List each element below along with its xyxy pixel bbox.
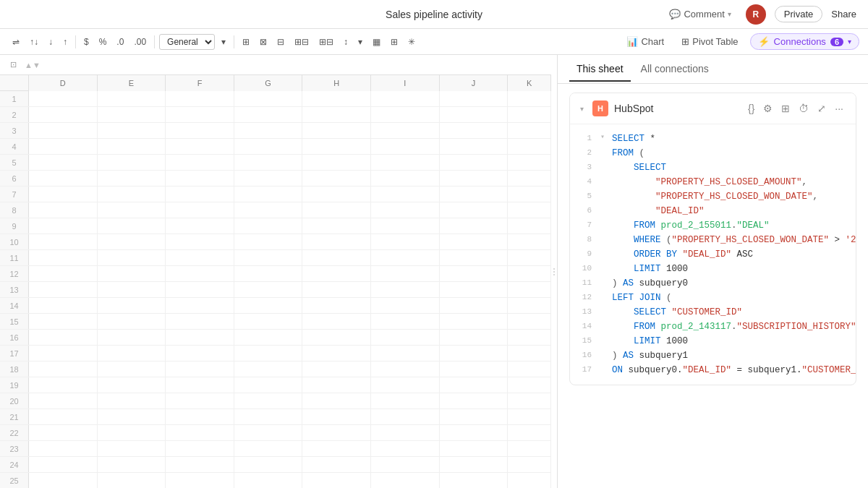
table-row[interactable]: 24: [0, 457, 551, 473]
format-table-button[interactable]: ⊟: [273, 35, 288, 49]
grid-cell[interactable]: [302, 441, 371, 457]
grid-cell[interactable]: [98, 361, 166, 377]
grid-cell[interactable]: [98, 473, 166, 488]
grid-cell[interactable]: [302, 473, 371, 488]
grid-cell[interactable]: [508, 473, 551, 488]
chart-button[interactable]: 📊 Chart: [621, 34, 670, 49]
grid-cell[interactable]: [371, 187, 440, 202]
sort-chevron-button[interactable]: ▾: [354, 35, 366, 49]
grid-cell[interactable]: [234, 314, 303, 330]
grid-cell[interactable]: [440, 409, 509, 425]
grid-cell[interactable]: [166, 187, 234, 202]
share-button[interactable]: Share: [831, 9, 856, 20]
grid-cell[interactable]: [29, 234, 98, 250]
grid-cell[interactable]: [29, 298, 98, 314]
pivot-table-button[interactable]: ⊞ Pivot Table: [676, 34, 744, 49]
grid-cell[interactable]: [98, 425, 166, 441]
grid-cell[interactable]: [371, 473, 440, 488]
grid-cell[interactable]: [302, 234, 371, 250]
grid-cell[interactable]: [29, 457, 98, 473]
table-row[interactable]: 15: [0, 314, 551, 330]
group-button-2[interactable]: ⊞⊟: [315, 35, 337, 49]
connections-button[interactable]: ⚡ Connections 6 ▾: [750, 33, 859, 50]
grid-cell[interactable]: [29, 346, 98, 361]
grid-cell[interactable]: [29, 330, 98, 346]
grid-cell[interactable]: [302, 91, 371, 107]
grid-cell[interactable]: [98, 187, 166, 202]
grid-cell[interactable]: [234, 298, 303, 314]
table-row[interactable]: 20: [0, 393, 551, 409]
grid-cell[interactable]: [440, 171, 509, 187]
grid-cell[interactable]: [234, 91, 303, 107]
grid-cell[interactable]: [166, 155, 234, 171]
grid-cell[interactable]: [98, 107, 166, 123]
grid-cell[interactable]: [234, 377, 303, 393]
grid-cell[interactable]: [29, 361, 98, 377]
grid-cell[interactable]: [508, 187, 551, 202]
grid-cell[interactable]: [166, 393, 234, 409]
grid-cell[interactable]: [508, 298, 551, 314]
grid-cell[interactable]: [166, 330, 234, 346]
grid-cell[interactable]: [508, 155, 551, 171]
grid-cell[interactable]: [234, 202, 303, 218]
grid-cell[interactable]: [508, 361, 551, 377]
tab-this-sheet[interactable]: This sheet: [569, 57, 631, 82]
grid-cell[interactable]: [29, 187, 98, 202]
grid-cell[interactable]: [508, 218, 551, 234]
grid-cell[interactable]: [166, 218, 234, 234]
decimal-long-button[interactable]: .00: [130, 35, 150, 49]
table-row[interactable]: 5: [0, 155, 551, 171]
grid-cell[interactable]: [302, 393, 371, 409]
grid-cell[interactable]: [302, 298, 371, 314]
grid-cell[interactable]: [166, 266, 234, 282]
grid-cell[interactable]: [371, 155, 440, 171]
grid-cell[interactable]: [166, 298, 234, 314]
grid-cell[interactable]: [302, 171, 371, 187]
grid-cell[interactable]: [98, 123, 166, 139]
sort-button-3[interactable]: ↑: [59, 35, 71, 49]
grid-cell[interactable]: [234, 457, 303, 473]
table-view-button[interactable]: ▦: [369, 35, 384, 49]
grid-cell[interactable]: [302, 218, 371, 234]
grid-cell[interactable]: [234, 139, 303, 155]
grid-cell[interactable]: [440, 425, 509, 441]
grid-cell[interactable]: [166, 457, 234, 473]
grid-cell[interactable]: [508, 425, 551, 441]
grid-cell[interactable]: [302, 266, 371, 282]
grid-cell[interactable]: [440, 250, 509, 266]
col-header-E[interactable]: E: [98, 75, 166, 91]
grid-cell[interactable]: [508, 346, 551, 361]
grid-cell[interactable]: [98, 171, 166, 187]
grid-cell[interactable]: [371, 361, 440, 377]
grid-cell[interactable]: [234, 187, 303, 202]
grid-cell[interactable]: [234, 155, 303, 171]
grid-cell[interactable]: [440, 330, 509, 346]
col-header-F[interactable]: F: [166, 75, 234, 91]
grid-cell[interactable]: [440, 361, 509, 377]
grid-cell[interactable]: [371, 234, 440, 250]
collapse-arrow-icon[interactable]: ▾: [580, 105, 584, 113]
grid-cell[interactable]: [166, 107, 234, 123]
grid-cell[interactable]: [371, 409, 440, 425]
tab-all-connections[interactable]: All connections: [634, 57, 716, 82]
grid-cell[interactable]: [508, 171, 551, 187]
grid-cell[interactable]: [508, 393, 551, 409]
grid-cell[interactable]: [508, 139, 551, 155]
grid-cell[interactable]: [98, 155, 166, 171]
grid-cell[interactable]: [371, 298, 440, 314]
grid-cell[interactable]: [508, 409, 551, 425]
grid-cell[interactable]: [166, 346, 234, 361]
grid-cell[interactable]: [440, 218, 509, 234]
fold-chevron-icon[interactable]: ▾: [600, 132, 610, 143]
percent-format-button[interactable]: %: [95, 35, 111, 49]
table-row[interactable]: 14: [0, 298, 551, 314]
grid-cell[interactable]: [98, 330, 166, 346]
grid-cell[interactable]: [371, 377, 440, 393]
grid-cell[interactable]: [29, 107, 98, 123]
table-row[interactable]: 19: [0, 377, 551, 393]
table-row[interactable]: 1: [0, 91, 551, 107]
grid-cell[interactable]: [166, 361, 234, 377]
grid-cell[interactable]: [440, 234, 509, 250]
grid-cell[interactable]: [234, 107, 303, 123]
grid-cell[interactable]: [440, 91, 509, 107]
